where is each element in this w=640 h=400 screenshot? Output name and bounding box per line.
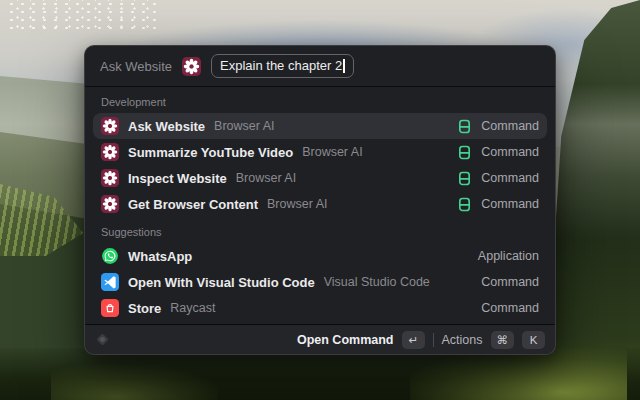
return-key-badge: ↵ xyxy=(402,331,425,349)
item-title: Ask Website xyxy=(128,119,205,134)
open-command-button[interactable]: Open Command ↵ xyxy=(297,331,425,349)
section-title-suggestions: Suggestions xyxy=(93,217,547,243)
item-subtitle: Visual Studio Code xyxy=(324,275,430,289)
list-item-get-browser-content[interactable]: Get Browser Content Browser AI Command xyxy=(93,191,547,217)
item-type: Command xyxy=(481,145,539,159)
command-context-label: Ask Website xyxy=(100,59,172,74)
item-subtitle: Browser AI xyxy=(236,171,296,185)
actions-button[interactable]: Actions ⌘ K xyxy=(442,331,546,349)
raycast-diamond-icon xyxy=(95,332,110,347)
ai-command-icon xyxy=(457,171,472,186)
ai-command-icon xyxy=(457,145,472,160)
item-type: Command xyxy=(481,301,539,315)
item-type: Command xyxy=(481,275,539,289)
ai-command-icon xyxy=(457,197,472,212)
item-type: Application xyxy=(478,249,539,263)
vscode-icon xyxy=(101,273,119,291)
open-command-label: Open Command xyxy=(297,333,394,347)
text-caret xyxy=(343,59,345,73)
cmd-key-badge: ⌘ xyxy=(491,331,515,349)
raycast-store-icon xyxy=(101,299,119,317)
footer-divider xyxy=(433,333,434,347)
item-type: Command xyxy=(481,197,539,211)
browser-ai-icon xyxy=(101,117,119,135)
item-subtitle: Browser AI xyxy=(267,197,327,211)
list-item-inspect-website[interactable]: Inspect Website Browser AI Command xyxy=(93,165,547,191)
ai-command-icon xyxy=(457,119,472,134)
results-list: Development Ask Website Browser AI Comma… xyxy=(85,87,555,324)
item-title: Inspect Website xyxy=(128,171,227,186)
item-type: Command xyxy=(481,171,539,185)
browser-ai-icon xyxy=(101,169,119,187)
launcher-footer: Open Command ↵ Actions ⌘ K xyxy=(85,324,555,354)
list-item-store[interactable]: Store Raycast Command xyxy=(93,295,547,321)
list-item-ask-website[interactable]: Ask Website Browser AI Command xyxy=(93,113,547,139)
actions-label: Actions xyxy=(442,333,483,347)
item-type: Command xyxy=(481,119,539,133)
list-item-summarize-youtube-video[interactable]: Summarize YouTube Video Browser AI Comma… xyxy=(93,139,547,165)
whatsapp-icon xyxy=(101,247,119,265)
item-title: WhatsApp xyxy=(128,249,192,264)
item-title: Get Browser Content xyxy=(128,197,258,212)
browser-ai-icon xyxy=(182,57,201,76)
search-input[interactable]: Explain the chapter 2 xyxy=(211,54,354,78)
item-subtitle: Raycast xyxy=(170,301,215,315)
item-title: Summarize YouTube Video xyxy=(128,145,293,160)
item-subtitle: Browser AI xyxy=(214,119,274,133)
item-title: Open With Visual Studio Code xyxy=(128,275,315,290)
list-item-whatsapp[interactable]: WhatsApp Application xyxy=(93,243,547,269)
section-title-development: Development xyxy=(93,87,547,113)
item-title: Store xyxy=(128,301,161,316)
list-item-open-with-vscode[interactable]: Open With Visual Studio Code Visual Stud… xyxy=(93,269,547,295)
launcher-header: Ask Website Explain the chapter 2 xyxy=(85,46,555,87)
browser-ai-icon xyxy=(101,143,119,161)
browser-ai-icon xyxy=(101,195,119,213)
k-key-badge: K xyxy=(522,331,545,349)
raycast-launcher-window: Ask Website Explain the chapter 2 Develo… xyxy=(84,45,556,355)
item-subtitle: Browser AI xyxy=(302,145,362,159)
search-input-value: Explain the chapter 2 xyxy=(220,57,342,74)
